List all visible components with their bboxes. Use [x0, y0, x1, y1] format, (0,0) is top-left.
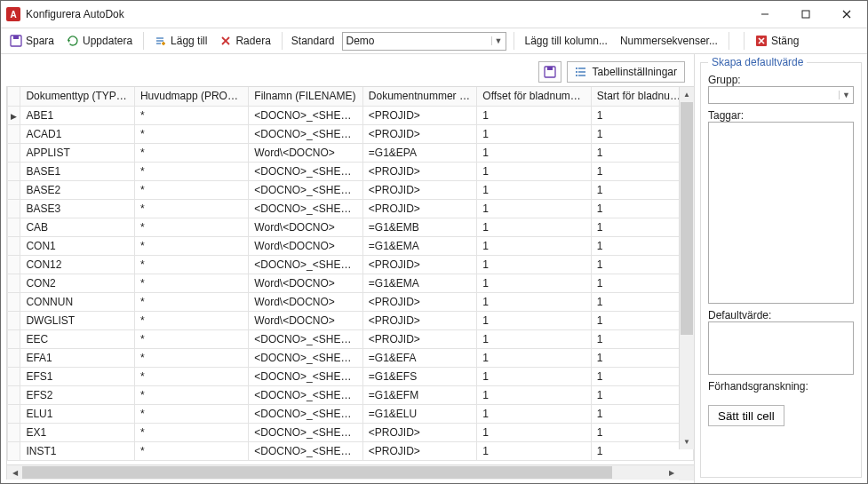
cell[interactable]: Word\<DOCNO>: [249, 236, 362, 255]
cell[interactable]: 1: [477, 236, 591, 255]
table-settings-button[interactable]: Tabellinställningar: [567, 61, 685, 83]
table-row[interactable]: CON12*<DOCNO>_<SHEET><PROJID>11: [8, 255, 694, 274]
cell[interactable]: *: [134, 236, 248, 255]
cell[interactable]: <DOCNO>_<SHEET>: [249, 124, 362, 143]
refresh-button[interactable]: Uppdatera: [61, 32, 138, 50]
cell[interactable]: Word\<DOCNO>: [249, 218, 362, 236]
cell[interactable]: <DOCNO>_<SHEET>: [249, 162, 362, 180]
cell[interactable]: INST1: [20, 441, 134, 460]
cell[interactable]: <DOCNO>_<SHEET>: [249, 180, 362, 199]
cell[interactable]: *: [134, 441, 248, 460]
maximize-button[interactable]: [785, 1, 826, 28]
cell[interactable]: =G1&EFS: [362, 367, 476, 385]
cell[interactable]: 1: [477, 292, 591, 311]
cell[interactable]: 1: [477, 404, 591, 423]
cell[interactable]: EFA1: [20, 348, 134, 367]
row-header[interactable]: [8, 385, 20, 404]
cell[interactable]: <DOCNO>_<SHEET>: [249, 106, 362, 124]
cell[interactable]: *: [134, 199, 248, 218]
save-button[interactable]: Spara: [4, 32, 60, 50]
cell[interactable]: CAB: [20, 218, 134, 236]
minimize-button[interactable]: [745, 1, 785, 28]
table-row[interactable]: CON2*Word\<DOCNO>=G1&EMA11: [8, 274, 694, 292]
cell[interactable]: *: [134, 274, 248, 292]
cell[interactable]: 1: [477, 329, 591, 348]
cell[interactable]: =G1&EPA: [362, 143, 476, 162]
cell[interactable]: Word\<DOCNO>: [249, 311, 362, 329]
row-header[interactable]: [8, 199, 20, 218]
row-header[interactable]: [8, 348, 20, 367]
cell[interactable]: CON2: [20, 274, 134, 292]
delete-button[interactable]: Radera: [214, 32, 275, 50]
cell[interactable]: =G1&EMB: [362, 218, 476, 236]
cell[interactable]: 1: [477, 143, 591, 162]
row-header[interactable]: [8, 255, 20, 274]
table-row[interactable]: ELU1*<DOCNO>_<SHEET>=G1&ELU11: [8, 404, 694, 423]
table-row[interactable]: EFS1*<DOCNO>_<SHEET>=G1&EFS11: [8, 367, 694, 385]
row-header[interactable]: [8, 423, 20, 441]
column-header[interactable]: Offset för bladnumme...: [477, 87, 591, 106]
table-row[interactable]: CON1*Word\<DOCNO>=G1&EMA11: [8, 236, 694, 255]
cell[interactable]: 1: [477, 106, 591, 124]
taggar-textarea[interactable]: [708, 122, 854, 304]
cell[interactable]: <DOCNO>_<SHEET>: [249, 199, 362, 218]
cell[interactable]: *: [134, 218, 248, 236]
cell[interactable]: <PROJID>: [362, 255, 476, 274]
cell[interactable]: <PROJID>: [362, 441, 476, 460]
cell[interactable]: *: [134, 255, 248, 274]
default-textarea[interactable]: [708, 321, 854, 375]
cell[interactable]: *: [134, 292, 248, 311]
cell[interactable]: CON1: [20, 236, 134, 255]
cell[interactable]: EFS2: [20, 385, 134, 404]
cell[interactable]: =G1&ELU: [362, 404, 476, 423]
close-window-button[interactable]: [826, 1, 867, 28]
cell[interactable]: *: [134, 106, 248, 124]
cell[interactable]: =G1&EMA: [362, 274, 476, 292]
row-header[interactable]: [8, 180, 20, 199]
cell[interactable]: <PROJID>: [362, 311, 476, 329]
cell[interactable]: *: [134, 180, 248, 199]
cell[interactable]: *: [134, 348, 248, 367]
cell[interactable]: ELU1: [20, 404, 134, 423]
cell[interactable]: <PROJID>: [362, 292, 476, 311]
cell[interactable]: ABE1: [20, 106, 134, 124]
row-header[interactable]: [8, 274, 20, 292]
column-header[interactable]: Huvudmapp (PROJID): [134, 87, 248, 106]
cell[interactable]: <DOCNO>_<SHEET>: [249, 367, 362, 385]
cell[interactable]: Word\<DOCNO>: [249, 274, 362, 292]
cell[interactable]: EFS1: [20, 367, 134, 385]
row-header[interactable]: [8, 124, 20, 143]
cell[interactable]: CONNUN: [20, 292, 134, 311]
cell[interactable]: *: [134, 329, 248, 348]
cell[interactable]: <DOCNO>_<SHEET>: [249, 404, 362, 423]
cell[interactable]: 1: [477, 441, 591, 460]
cell[interactable]: 1: [477, 180, 591, 199]
cell[interactable]: BASE2: [20, 180, 134, 199]
cell[interactable]: <PROJID>: [362, 162, 476, 180]
standard-combo[interactable]: Demo ▼: [342, 32, 506, 51]
row-header[interactable]: [8, 311, 20, 329]
cell[interactable]: *: [134, 404, 248, 423]
horizontal-scrollbar[interactable]: ◀ ▶: [7, 464, 694, 480]
cell[interactable]: *: [134, 311, 248, 329]
row-header[interactable]: [8, 404, 20, 423]
cell[interactable]: *: [134, 124, 248, 143]
cell[interactable]: *: [134, 423, 248, 441]
cell[interactable]: =G1&EFM: [362, 385, 476, 404]
cell[interactable]: *: [134, 385, 248, 404]
cell[interactable]: <PROJID>: [362, 199, 476, 218]
table-row[interactable]: APPLIST*Word\<DOCNO>=G1&EPA11: [8, 143, 694, 162]
row-header[interactable]: [8, 441, 20, 460]
cell[interactable]: 1: [477, 367, 591, 385]
cell[interactable]: APPLIST: [20, 143, 134, 162]
cell[interactable]: ACAD1: [20, 124, 134, 143]
cell[interactable]: 1: [477, 311, 591, 329]
cell[interactable]: <DOCNO>_<SHEET>: [249, 385, 362, 404]
row-header[interactable]: ▶: [8, 106, 20, 124]
cell[interactable]: CON12: [20, 255, 134, 274]
column-header[interactable]: Dokumentnummer (KE...: [362, 87, 476, 106]
cell[interactable]: 1: [477, 199, 591, 218]
table-row[interactable]: BASE1*<DOCNO>_<SHEET><PROJID>11: [8, 162, 694, 180]
table-row[interactable]: DWGLIST*Word\<DOCNO><PROJID>11: [8, 311, 694, 329]
grupp-combo[interactable]: ▼: [708, 86, 854, 104]
